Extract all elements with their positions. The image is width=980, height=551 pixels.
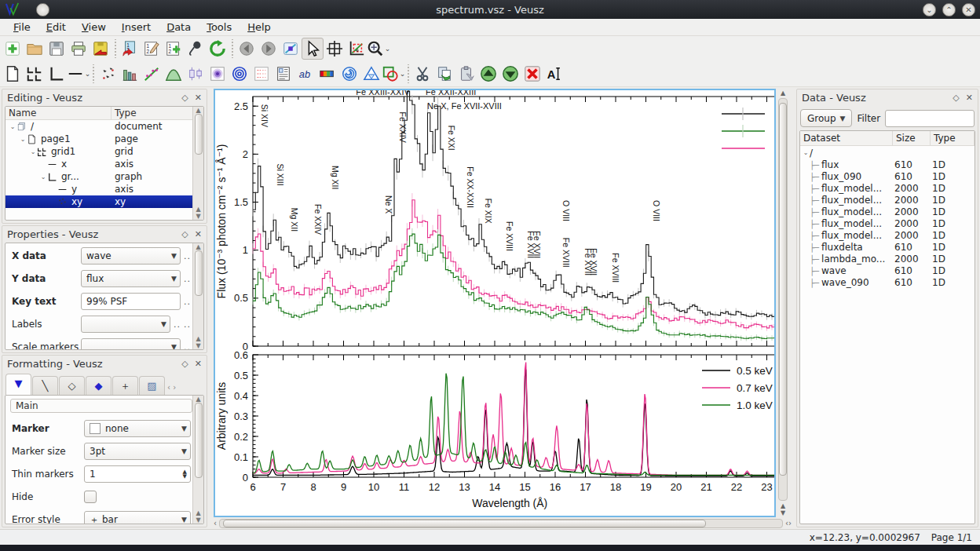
add-polar-button[interactable] xyxy=(338,63,360,85)
tree-header[interactable]: Name Type xyxy=(5,107,203,120)
dataset-row-flux_model[interactable]: ├─flux_model...20001D xyxy=(802,206,973,217)
tree-item-x[interactable]: xaxis xyxy=(5,158,203,170)
edit-data-button[interactable]: 12 xyxy=(141,38,163,60)
reload-data-button[interactable] xyxy=(207,38,229,60)
dataset-row-fluxdelta[interactable]: ├─fluxdelta6101D xyxy=(802,241,973,253)
properties-scrollbar[interactable]: ▲▲▼ xyxy=(192,243,203,349)
close-panel-icon[interactable]: ✕ xyxy=(195,93,202,103)
marker-combo[interactable]: none▼ xyxy=(84,420,191,437)
add-axis-button[interactable] xyxy=(46,63,68,85)
add-line-button[interactable]: ⌄ xyxy=(68,63,90,85)
maximize-button[interactable]: ⌃ xyxy=(942,3,956,16)
tab-scroll-arrows[interactable]: ‹ › xyxy=(166,383,177,395)
menu-insert[interactable]: Insert xyxy=(115,20,158,35)
more-button[interactable]: .. xyxy=(184,251,191,261)
plot-window[interactable]: 00.511.522.500.10.20.30.40.50.6678910111… xyxy=(214,89,776,517)
tree-item-y[interactable]: yaxis xyxy=(5,183,203,195)
thin-markers-spinner[interactable]: 1▲▼ xyxy=(84,465,191,483)
create-data-button[interactable]: 12 xyxy=(163,38,185,60)
move-up-widget-button[interactable] xyxy=(477,63,499,85)
group-button[interactable]: Group▼ xyxy=(800,109,852,127)
add-fit-button[interactable] xyxy=(141,63,163,85)
copy-widget-button[interactable] xyxy=(433,63,455,85)
minimize-button[interactable]: ⌄ xyxy=(923,3,936,16)
tree-item-grid1[interactable]: ⌄grid1grid xyxy=(5,145,203,158)
view-zoom-into-page-button[interactable] xyxy=(280,38,302,60)
add-key-button[interactable] xyxy=(250,63,272,85)
float-panel-icon[interactable]: ◇ xyxy=(181,93,188,103)
tab-marker-fill[interactable]: ◆ xyxy=(86,376,112,395)
tab-plot-line[interactable]: ╲ xyxy=(32,376,58,395)
scroll-right-icon[interactable]: › xyxy=(788,519,792,527)
close-panel-icon[interactable]: ✕ xyxy=(195,229,202,239)
labels-combo[interactable]: ▼ xyxy=(81,316,170,333)
cut-widget-button[interactable] xyxy=(411,63,433,85)
add-contour-button[interactable] xyxy=(229,63,250,85)
float-panel-icon[interactable]: ◇ xyxy=(181,359,188,369)
add-grid-button[interactable] xyxy=(24,63,46,85)
tab-error-bar[interactable]: ＋ xyxy=(112,376,138,395)
tab-main[interactable]: ▼ xyxy=(5,374,31,395)
close-button[interactable]: ✕ xyxy=(962,3,975,16)
more-button[interactable]: .. xyxy=(184,297,191,307)
select-items-button[interactable] xyxy=(302,38,324,60)
tree-item-gr[interactable]: ⌄gr...graph xyxy=(5,170,203,183)
scroll-down-icon[interactable]: ▼ xyxy=(781,509,785,516)
paste-widget-button[interactable] xyxy=(455,63,477,85)
dataset-row-flux_model[interactable]: ├─flux_model...20001D xyxy=(802,194,973,206)
dataset-row-wave[interactable]: ├─wave6101D xyxy=(802,265,973,276)
add-ternary-button[interactable] xyxy=(360,63,382,85)
menu-help[interactable]: Help xyxy=(240,20,278,35)
x-data-combo[interactable]: wave▼ xyxy=(81,247,181,265)
more-button[interactable]: .. xyxy=(184,342,191,351)
tab-fill-below[interactable]: ▨ xyxy=(139,376,165,395)
add-boxplot-button[interactable] xyxy=(185,63,207,85)
add-function-button[interactable] xyxy=(163,63,185,85)
error-style-combo[interactable]: ＋bar▼ xyxy=(84,511,191,524)
import-data-button[interactable]: 12 xyxy=(119,38,141,60)
dataset-row-flux_model[interactable]: ├─flux_model...20001D xyxy=(802,217,973,229)
redo-button[interactable] xyxy=(258,38,280,60)
add-page-button[interactable] xyxy=(2,63,24,85)
dropdown-arrow-icon[interactable]: ⌄ xyxy=(400,70,406,78)
add-shape-button[interactable]: ⌄ xyxy=(382,63,404,85)
menu-view[interactable]: View xyxy=(75,20,113,35)
tab-marker-border[interactable]: ◇ xyxy=(59,376,85,395)
scroll-left-icon[interactable]: ‹ xyxy=(214,519,217,527)
add-label-list-button[interactable] xyxy=(272,63,294,85)
close-panel-icon[interactable]: ✕ xyxy=(966,93,973,103)
more-button[interactable]: .. xyxy=(184,319,191,330)
more-button[interactable]: .. xyxy=(174,319,181,330)
float-panel-icon[interactable]: ◇ xyxy=(953,93,959,103)
scale-markers-combo[interactable]: ▼ xyxy=(81,338,181,350)
undo-button[interactable] xyxy=(236,38,258,60)
export-page-button[interactable] xyxy=(90,38,112,60)
new-document-button[interactable] xyxy=(2,38,24,60)
menu-edit[interactable]: Edit xyxy=(39,20,73,35)
zoom-menu-button[interactable]: ⌄ xyxy=(368,38,389,60)
tree-item-[interactable]: ⌄/document xyxy=(5,120,203,133)
read-data-points-button[interactable] xyxy=(324,38,346,60)
tree-item-xy[interactable]: xyxy xyxy=(5,195,203,208)
filter-input[interactable] xyxy=(885,110,975,127)
y-data-combo[interactable]: flux▼ xyxy=(81,270,181,287)
menu-file[interactable]: File xyxy=(6,20,38,35)
window-menu-icon[interactable] xyxy=(36,3,49,16)
formatting-scrollbar[interactable]: ▲▲▼ xyxy=(192,396,203,524)
dataset-row-flux_model[interactable]: ├─flux_model...20001D xyxy=(802,229,973,241)
add-xy-button[interactable] xyxy=(97,63,119,85)
add-colorbar-button[interactable] xyxy=(316,63,338,85)
close-panel-icon[interactable]: ✕ xyxy=(195,359,202,369)
dataset-table-header[interactable]: Dataset Size Type xyxy=(800,131,975,146)
menu-tools[interactable]: Tools xyxy=(199,20,239,35)
editing-scrollbar[interactable]: ▲▲▼ xyxy=(192,107,203,220)
tree-item-page1[interactable]: ⌄page1page xyxy=(5,133,203,145)
dataset-row-flux_090[interactable]: ├─flux_0906101D xyxy=(802,170,973,182)
float-panel-icon[interactable]: ◇ xyxy=(181,229,188,239)
plot-vertical-scrollbar[interactable]: ▲ ▲ ▼ xyxy=(776,89,790,517)
more-button[interactable]: .. xyxy=(184,274,191,284)
hide-checkbox[interactable] xyxy=(84,491,97,503)
plot-horizontal-scrollbar[interactable]: ‹ ‹ › xyxy=(214,517,792,529)
add-text-label-button[interactable]: ab xyxy=(294,63,316,85)
marker-size-combo[interactable]: 3pt▼ xyxy=(84,443,191,460)
